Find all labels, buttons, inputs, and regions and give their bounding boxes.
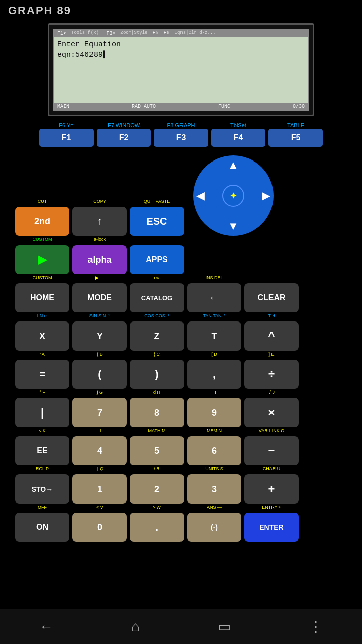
btn-multiply[interactable]: × [244, 398, 299, 427]
btn-neg[interactable]: (-) [187, 513, 241, 542]
btn-5[interactable]: 5 [130, 436, 184, 465]
btn-clear[interactable]: CLEAR [244, 283, 299, 312]
row-1: CUSTOM a-lock ▶ alpha APPS [15, 237, 347, 274]
nav-menu-button[interactable]: ⋮ [309, 618, 323, 635]
btn-custom[interactable]: ▶ [15, 245, 69, 274]
sub-div-top: ] E [244, 352, 299, 358]
nav-recents-button[interactable]: ▭ [218, 618, 231, 635]
nav-back-button[interactable]: ← [39, 619, 53, 635]
btn-0[interactable]: 0 [72, 513, 127, 542]
sub-rp-top: } C [130, 352, 184, 358]
screen-menu-f6[interactable]: F6 [162, 30, 172, 36]
title-text: GRAPH 89 [8, 4, 71, 17]
screen-line1: Enter Equation [57, 39, 305, 50]
btn-4[interactable]: 4 [72, 436, 127, 465]
btn-ee[interactable]: EE [15, 436, 69, 465]
fkey-group-f4: TblSet F4 [211, 122, 265, 147]
screen-menu-f3[interactable]: F3▾ [104, 30, 117, 36]
btn-catalog[interactable]: CATALOG [130, 283, 184, 312]
fkey-f4-button[interactable]: F4 [211, 129, 265, 147]
btn-9[interactable]: 9 [187, 398, 241, 427]
row-6: < K : L MATH M MEM N VAR-LINK O EE 4 5 6… [15, 428, 347, 465]
title-bar: GRAPH 89 [0, 0, 362, 21]
btn-shift[interactable]: ↑ [72, 207, 127, 236]
btn-2nd[interactable]: 2nd [15, 207, 69, 236]
btn-minus[interactable]: − [244, 436, 299, 465]
btn-1[interactable]: 1 [72, 474, 127, 504]
btn-mode[interactable]: MODE [72, 283, 127, 312]
screen-menu-f5[interactable]: F5 [151, 30, 161, 36]
fkey-f3-top: F8 GRAPH [167, 122, 195, 128]
sub-cm-top: [ D [187, 352, 241, 358]
screen-line2: eqn:546289▌ [57, 50, 305, 60]
dpad-center-button[interactable]: ✦ [222, 185, 244, 207]
sub-empty [130, 237, 184, 244]
btn-equals[interactable]: = [15, 360, 69, 389]
btn-backspace[interactable]: ← [187, 283, 241, 312]
btn-pow[interactable]: ^ [244, 321, 299, 351]
screen-menu-f1[interactable]: F1▾ [55, 30, 68, 36]
btn-pipe[interactable]: | [15, 398, 69, 427]
btn-enter[interactable]: ENTER [244, 513, 299, 542]
btn-6[interactable]: 6 [187, 436, 241, 465]
nav-home-button[interactable]: ⌂ [131, 619, 140, 635]
btn-home[interactable]: HOME [15, 283, 69, 312]
btn-sto[interactable]: STO→ [15, 474, 69, 504]
sub-plus-top: CHAR U [244, 466, 299, 473]
btn-lparen[interactable]: ( [72, 360, 127, 389]
screen-menu-sep2: Zoom|Style [118, 30, 149, 36]
fkey-f3-button[interactable]: F3 [154, 129, 208, 147]
btn-apps[interactable]: APPS [130, 245, 184, 274]
btn-on[interactable]: ON [15, 513, 69, 542]
btn-divide[interactable]: ÷ [244, 360, 299, 389]
dpad-up-button[interactable]: ▲ [228, 158, 239, 172]
btn-dot[interactable]: . [130, 513, 184, 542]
sub-clear-label [244, 275, 299, 282]
sub-catalog-label: i ∞ [130, 275, 184, 282]
sub-y-top: SIN SIN⁻¹ [72, 313, 127, 320]
btn-y[interactable]: Y [72, 321, 127, 351]
screen-container: F1▾ Tools|f(x)= F3▾ Zoom|Style F5 F6 Eqn… [48, 23, 314, 116]
btn-plus[interactable]: + [244, 474, 299, 504]
sub-5-top: MATH M [130, 428, 184, 435]
sub-3-top: UNITS S [187, 466, 241, 473]
sub-x-top: LN e' [15, 313, 69, 320]
fkey-f5-button[interactable]: F5 [268, 129, 323, 147]
btn-8[interactable]: 8 [130, 398, 184, 427]
fkey-group-f3: F8 GRAPH F3 [154, 122, 208, 147]
sub-sto-top: RCL P [15, 466, 69, 473]
sub-cut: CUT [15, 199, 69, 205]
dpad-left-button[interactable]: ◀ [196, 189, 205, 202]
btn-z[interactable]: Z [130, 321, 184, 351]
fkey-group-f1: F6 Y= F1 [39, 122, 94, 147]
btn-rparen[interactable]: ) [130, 360, 184, 389]
dpad-right-button[interactable]: ▶ [262, 189, 270, 202]
row-2: CUSTOM ▶ — i ∞ INS DEL HOME MODE CATALOG… [15, 275, 347, 312]
screen-menu-sep3: Eqns|Clr d-z... [173, 30, 218, 36]
btn-t[interactable]: T [187, 321, 241, 351]
btn-esc[interactable]: ESC [130, 207, 184, 236]
row-8: OFF < V > W ANS — ENTRY ≈ ON 0 . (-) ENT… [15, 505, 347, 542]
sub-t-top: TAN TAN⁻¹ [187, 313, 241, 320]
btn-comma[interactable]: , [187, 360, 241, 389]
fkey-row: F6 Y= F1 F7 WINDOW F2 F8 GRAPH F3 TblSet… [20, 122, 342, 147]
sub-mul-top: √ J [244, 390, 299, 396]
fkey-f2-button[interactable]: F2 [97, 129, 151, 147]
sub-pow-top: T θ [244, 313, 299, 320]
btn-7[interactable]: 7 [72, 398, 127, 427]
status-left: MAIN [57, 104, 69, 109]
row-3: LN e' SIN SIN⁻¹ COS COS⁻¹ TAN TAN⁻¹ T θ … [15, 313, 347, 351]
screen-content: Enter Equation eqn:546289▌ [54, 37, 308, 103]
btn-x[interactable]: X [15, 321, 69, 351]
sub-z-top: COS COS⁻¹ [130, 313, 184, 320]
btn-alpha[interactable]: alpha [72, 245, 127, 274]
sub-1-top: ∥ Q [72, 466, 127, 473]
row-4: ' A { B } C [ D ] E = ( ) , ÷ [15, 352, 347, 389]
btn-2[interactable]: 2 [130, 474, 184, 504]
screen-inner: F1▾ Tools|f(x)= F3▾ Zoom|Style F5 F6 Eqn… [53, 29, 309, 111]
dpad-down-button[interactable]: ▼ [228, 220, 239, 233]
sub-ee-top: < K [15, 428, 69, 435]
btn-3[interactable]: 3 [187, 474, 241, 504]
fkey-f1-button[interactable]: F1 [39, 129, 94, 147]
screen-status-bar: MAIN RAD AUTO FUNC 0/30 [54, 103, 308, 110]
